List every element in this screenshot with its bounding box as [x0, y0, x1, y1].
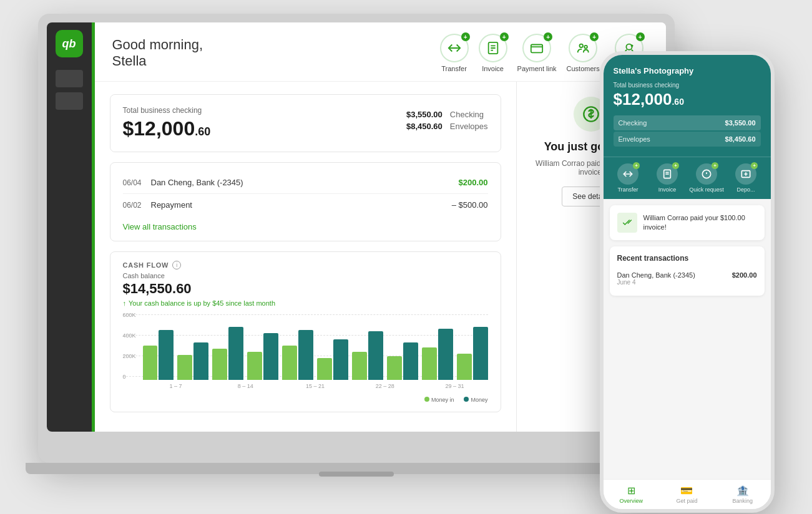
mobile-txn-name-1: Dan Cheng, Bank (-2345) [617, 271, 695, 279]
bar-green-3 [247, 352, 262, 380]
svg-point-8 [626, 44, 632, 50]
overview-nav-icon: ⊞ [627, 485, 635, 497]
mobile-invoice-icon: + [657, 163, 678, 185]
invoice-icon [486, 41, 500, 55]
mobile-notif-icon [617, 213, 637, 233]
cashflow-balance: $14,550.60 [123, 281, 488, 297]
mobile-checking-amount: $3,550.00 [725, 119, 756, 127]
chart-x-labels: 1 – 78 – 1415 – 2122 – 2829 – 31 [143, 383, 488, 389]
payment-link-icon [530, 41, 544, 55]
checking-label: Checking [450, 110, 484, 119]
bar-green-6 [352, 352, 367, 380]
mobile-txn-amount-1: $200.00 [732, 271, 757, 279]
grid-label-600k: 600K [123, 312, 136, 318]
link-account-plus-badge: + [636, 32, 645, 41]
quick-action-customers[interactable]: + Customers [567, 34, 600, 72]
txn-date-1: 06/04 [123, 178, 151, 187]
customers-plus-badge: + [590, 32, 599, 41]
mobile-envelopes-amount: $8,450.60 [725, 135, 756, 143]
mobile-nav-overview[interactable]: ⊞ Overview [604, 485, 659, 504]
txn-amount-1: $200.00 [459, 178, 488, 187]
bar-teal-9 [473, 327, 488, 380]
mobile-invoice-label: Invoice [658, 187, 677, 193]
mobile-recent-title: Recent transactions [617, 254, 757, 263]
mobile-balance: $12,000.60 [614, 90, 761, 109]
mobile-transfer-label: Transfer [617, 187, 638, 193]
mobile-action-quick-request[interactable]: + Quick request [687, 163, 726, 193]
banking-nav-icon: 🏦 [736, 485, 749, 497]
quick-action-payment-link[interactable]: + Payment link [517, 34, 557, 72]
transfer-icon [448, 41, 461, 55]
bar-teal-5 [333, 339, 348, 380]
quick-action-invoice[interactable]: + Invoice [479, 34, 507, 72]
checking-amount: $3,550.00 [406, 110, 443, 119]
mobile-nav-get-paid[interactable]: 💳 Get paid [659, 485, 715, 504]
mobile-action-deposit[interactable]: + Depo... [726, 163, 766, 193]
legend-dot-money-in [424, 397, 429, 402]
balance-cents: .60 [195, 125, 210, 138]
sidebar: qb [47, 22, 92, 432]
bar-green-0 [143, 346, 158, 380]
main-content: Good morning, Stella + Tran [95, 22, 666, 432]
mobile-nav-banking[interactable]: 🏦 Banking [715, 485, 770, 504]
mobile-notification: William Corrao paid your $100.00 invoice… [610, 205, 765, 240]
invoice-icon-container: + [479, 34, 507, 62]
svg-rect-4 [531, 45, 542, 53]
view-all-transactions-link[interactable]: View all transactions [123, 222, 197, 231]
checking-row: $3,550.00 Checking [406, 110, 488, 119]
mobile-screen: Stella's Photography Total business chec… [604, 55, 771, 509]
txn-date-2: 06/02 [123, 201, 151, 210]
bar-green-7 [387, 356, 402, 380]
cashflow-trend: ↑ Your cash balance is up by $45 since l… [123, 299, 488, 307]
bar-teal-8 [438, 329, 453, 380]
laptop: qb Good morning, Stella [38, 14, 675, 463]
left-panel: Total business checking $12,000.60 $3,55… [95, 82, 516, 432]
cashflow-header: CASH FLOW i [123, 261, 488, 269]
quick-action-transfer[interactable]: + Transfer [440, 34, 469, 72]
cashflow-info-icon[interactable]: i [172, 261, 181, 269]
bar-group-3 [247, 333, 278, 380]
svg-point-7 [584, 46, 587, 49]
envelopes-row: $8,450.60 Envelopes [406, 122, 488, 131]
sidebar-item-1[interactable] [56, 70, 83, 87]
customers-label: Customers [567, 65, 600, 72]
mobile-envelopes-row: Envelopes $8,450.60 [614, 132, 761, 147]
bar-group-0 [143, 330, 174, 380]
laptop-notch [319, 472, 394, 477]
cash-flow-chart: 600K 400K 200K 0 [123, 314, 488, 395]
x-label-2: 15 – 21 [282, 383, 348, 389]
mobile-txn-date-1: June 4 [617, 279, 695, 286]
balance-left: Total business checking $12,000.60 [123, 106, 388, 140]
bar-green-1 [177, 355, 192, 380]
payment-link-label: Payment link [517, 65, 557, 72]
mobile-checking-label: Checking [619, 119, 647, 127]
mobile-header: Stella's Photography Total business chec… [604, 55, 771, 157]
bar-teal-4 [298, 330, 313, 380]
bar-teal-2 [228, 327, 243, 380]
transfer-plus-badge: + [461, 32, 470, 41]
cashflow-balance-label: Cash balance [123, 272, 488, 279]
bar-group-2 [212, 327, 243, 380]
balance-main: $12,000 [123, 117, 195, 140]
sidebar-item-2[interactable] [56, 92, 83, 110]
mobile-quick-actions: + Transfer + Invoice [604, 157, 771, 199]
mobile-quick-request-icon: + [696, 163, 717, 185]
invoice-label: Invoice [482, 65, 504, 72]
bar-green-9 [457, 354, 472, 380]
bar-group-7 [387, 342, 418, 380]
bars-container [143, 314, 488, 380]
mobile-transfer-svg [623, 169, 633, 179]
mobile-transfer-icon: + [617, 163, 638, 185]
quickbooks-logo[interactable]: qb [56, 30, 83, 57]
up-arrow: ↑ [123, 299, 127, 307]
balance-amount: $12,000.60 [123, 117, 388, 140]
mobile-action-transfer[interactable]: + Transfer [609, 163, 648, 193]
legend-money-in: Money in [431, 397, 454, 403]
x-label-4: 29 – 31 [422, 383, 488, 389]
bar-group-1 [177, 342, 208, 380]
dashboard-body: Total business checking $12,000.60 $3,55… [95, 82, 666, 432]
mobile-paid-icon [622, 217, 633, 228]
svg-point-6 [580, 44, 584, 48]
mobile-action-invoice[interactable]: + Invoice [648, 163, 687, 193]
mobile-request-svg [702, 169, 712, 179]
